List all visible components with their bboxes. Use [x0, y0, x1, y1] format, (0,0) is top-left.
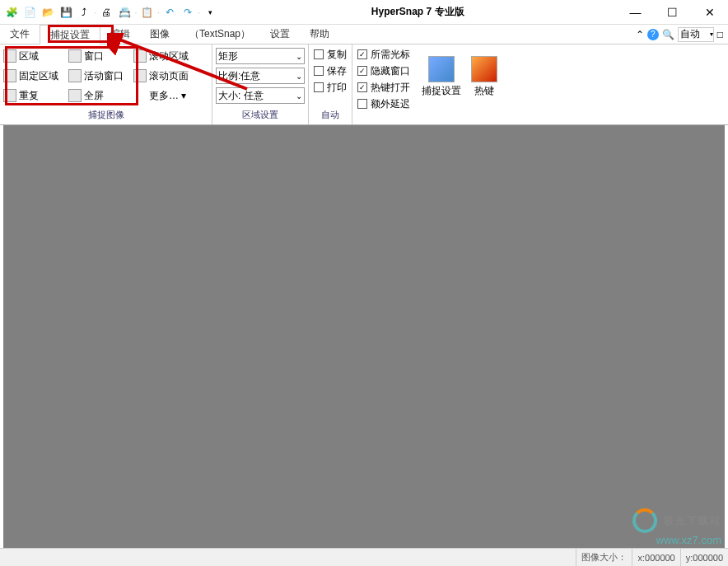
- fullscreen-icon: [68, 89, 82, 102]
- capture-more-button[interactable]: 更多… ▾: [132, 86, 190, 105]
- ribbon-group-options: ✓所需光标 ✓隐藏窗口 ✓热键打开 额外延迟: [352, 44, 415, 124]
- app-icon[interactable]: 🧩: [3, 4, 20, 21]
- check-extra-delay[interactable]: 额外延迟: [354, 96, 413, 112]
- qat-dropdown-icon[interactable]: ▾: [202, 4, 218, 21]
- help-icon[interactable]: ?: [647, 29, 659, 40]
- collapse-ribbon-icon[interactable]: ⌃: [636, 29, 644, 40]
- capture-window-button[interactable]: 窗口: [67, 46, 125, 66]
- active-window-icon: [68, 69, 82, 82]
- window-title: HyperSnap 7 专业版: [218, 5, 617, 19]
- statusbar: 图像大小： x:000000 y:000000: [0, 548, 728, 566]
- menu-textsnap[interactable]: （TextSnap）: [180, 25, 260, 44]
- capture-scroll-region-button[interactable]: 滚动区域: [132, 46, 190, 66]
- clipboard-icon[interactable]: 📋: [139, 4, 156, 21]
- fixed-region-icon: [3, 69, 16, 82]
- check-hide-window[interactable]: ✓隐藏窗口: [354, 63, 413, 79]
- ribbon-group-big-buttons: 捕捉设置 热键: [415, 44, 504, 124]
- ratio-combo[interactable]: 比例:任意: [216, 68, 305, 84]
- capture-repeat-button[interactable]: 重复: [2, 86, 60, 105]
- search-icon[interactable]: 🔍: [662, 29, 674, 40]
- status-y: y:000000: [680, 549, 728, 567]
- check-copy[interactable]: 复制: [310, 46, 350, 63]
- window-icon: [68, 49, 82, 63]
- repeat-icon: [3, 89, 16, 102]
- workspace-canvas[interactable]: [3, 125, 725, 548]
- capture-fullscreen-button[interactable]: 全屏: [67, 86, 125, 105]
- ribbon-group-label: 区域设置: [212, 107, 308, 124]
- sep: ·: [157, 7, 160, 18]
- capture-active-window-button[interactable]: 活动窗口: [67, 66, 125, 86]
- ribbon-group-label: 捕捉图像: [0, 107, 212, 124]
- sep: ·: [94, 7, 96, 18]
- capture-fixed-region-button[interactable]: 固定区域: [2, 66, 60, 86]
- sep: ·: [198, 7, 200, 18]
- auto-dropdown[interactable]: 自动: [678, 27, 714, 42]
- watermark: 极光下载站 www.xz7.com: [632, 508, 721, 546]
- close-button[interactable]: ✕: [691, 0, 728, 25]
- capture-settings-button[interactable]: 捕捉设置: [417, 46, 466, 108]
- undo-icon[interactable]: ↶: [161, 4, 178, 21]
- menubar: 文件 捕捉设置 编辑 图像 （TextSnap） 设置 帮助 ⌃ ? 🔍 自动 …: [0, 25, 728, 44]
- new-icon[interactable]: 📄: [21, 4, 38, 21]
- shape-combo[interactable]: 矩形: [216, 48, 305, 64]
- status-x: x:000000: [632, 549, 679, 567]
- maximize-ribbon-icon[interactable]: □: [717, 29, 723, 40]
- open-icon[interactable]: 📂: [40, 4, 56, 21]
- check-print[interactable]: 打印: [310, 79, 350, 96]
- menu-file[interactable]: 文件: [0, 25, 40, 44]
- minimize-button[interactable]: —: [617, 0, 654, 25]
- region-icon: [3, 49, 16, 63]
- titlebar: 🧩 📄 📂 💾 ⤴ · 🖨 📇 · 📋 · ↶ ↷ · ▾ HyperSnap …: [0, 0, 728, 25]
- maximize-button[interactable]: ☐: [654, 0, 691, 25]
- size-combo[interactable]: 大小: 任意: [216, 87, 305, 104]
- redo-icon[interactable]: ↷: [180, 4, 196, 21]
- watermark-logo-icon: [632, 508, 657, 533]
- check-hotkey-open[interactable]: ✓热键打开: [354, 79, 413, 96]
- ribbon-group-region-settings: 矩形 比例:任意 大小: 任意 区域设置: [212, 44, 309, 124]
- hotkeys-button[interactable]: 热键: [466, 46, 502, 108]
- ribbon-group-capture-image: 区域 固定区域 重复 窗口 活动窗口 全屏 滚动区域 滚动页面 更多… ▾ 捕捉…: [0, 44, 212, 124]
- ribbon-group-label: 自动: [309, 107, 352, 124]
- ribbon-group-auto: 复制 保存 打印 自动: [309, 44, 352, 124]
- check-save[interactable]: 保存: [310, 63, 350, 79]
- capture-region-button[interactable]: 区域: [2, 46, 60, 66]
- menu-settings[interactable]: 设置: [260, 25, 300, 44]
- capture-settings-icon: [428, 56, 455, 82]
- menu-capture-settings[interactable]: 捕捉设置: [40, 25, 100, 44]
- window-buttons: — ☐ ✕: [617, 0, 728, 25]
- scroll-region-icon: [133, 49, 147, 63]
- menu-help[interactable]: 帮助: [300, 25, 339, 44]
- sep: ·: [134, 7, 137, 18]
- status-image-size: 图像大小：: [576, 549, 632, 567]
- email-icon[interactable]: 📇: [116, 4, 133, 21]
- menu-image[interactable]: 图像: [140, 25, 180, 44]
- quick-access-toolbar: 🧩 📄 📂 💾 ⤴ · 🖨 📇 · 📋 · ↶ ↷ · ▾: [0, 4, 218, 21]
- print-icon[interactable]: 🖨: [98, 4, 114, 21]
- menu-edit[interactable]: 编辑: [100, 25, 140, 44]
- scroll-page-icon: [133, 69, 147, 82]
- export-icon[interactable]: ⤴: [76, 4, 92, 21]
- hotkeys-icon: [471, 56, 497, 82]
- capture-scroll-page-button[interactable]: 滚动页面: [132, 66, 190, 86]
- save-icon[interactable]: 💾: [58, 4, 74, 21]
- check-need-cursor[interactable]: ✓所需光标: [354, 46, 413, 63]
- ribbon: 区域 固定区域 重复 窗口 活动窗口 全屏 滚动区域 滚动页面 更多… ▾ 捕捉…: [0, 44, 728, 125]
